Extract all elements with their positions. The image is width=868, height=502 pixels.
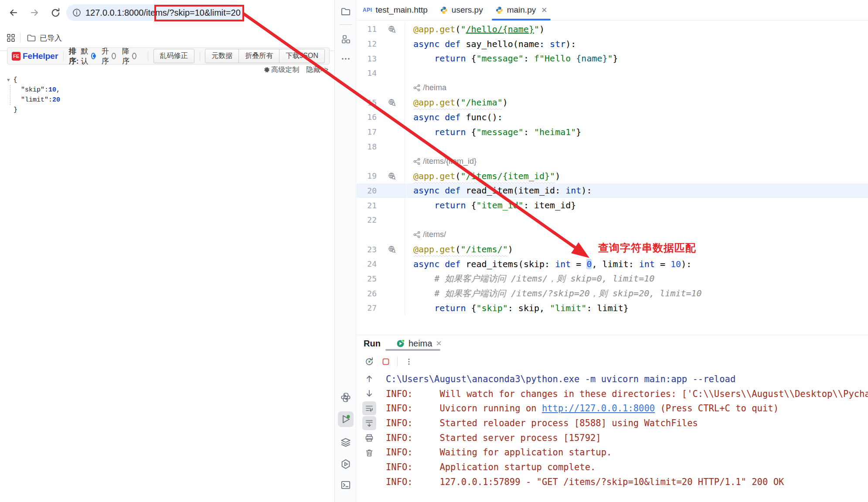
tab-users.py[interactable]: users.py — [434, 0, 489, 20]
gutter[interactable] — [379, 245, 405, 253]
sort-option-default[interactable]: 默认 — [81, 46, 89, 66]
code-inlay-row: /heima — [357, 81, 868, 95]
code-text[interactable] — [405, 139, 868, 154]
fehelper-brand: FeHelper — [23, 51, 58, 61]
soft-wrap-icon — [365, 404, 374, 413]
code-line: 26 # 如果客户端访问 /items/?skip=20，则 skip=20, … — [357, 286, 868, 301]
scroll-to-end-button[interactable] — [362, 416, 376, 430]
collapse-all-button[interactable]: 折叠所有 — [238, 49, 279, 63]
fix-encoding-button[interactable]: 乱码修正 — [153, 49, 194, 63]
endpoint-link-icon — [413, 158, 421, 165]
url-text[interactable]: 127.0.0.1:8000/items/?skip=10&limit=20 — [85, 8, 241, 18]
sort-option-asc[interactable]: 升序 — [102, 46, 109, 66]
gutter[interactable] — [379, 98, 405, 106]
code-text[interactable]: return {"message": f"Hello {name}"} — [405, 51, 868, 66]
endpoint-icon — [388, 245, 396, 253]
python-console-button[interactable] — [338, 456, 354, 472]
code-text[interactable]: /heima — [405, 81, 868, 95]
gutter[interactable] — [379, 172, 405, 180]
apps-grid-icon[interactable] — [6, 33, 16, 43]
services-toolwindow-button[interactable] — [338, 434, 354, 450]
sort-option-desc[interactable]: 降序 — [122, 46, 130, 66]
reload-button[interactable] — [48, 5, 63, 20]
divider — [200, 51, 200, 61]
line-number: 17 — [357, 127, 379, 136]
python-packages-button[interactable] — [338, 390, 354, 405]
fehelper-logo[interactable]: FE FeHelper — [12, 51, 58, 61]
more-options-button[interactable] — [402, 355, 416, 369]
line-number: 15 — [357, 98, 379, 107]
code-line: 16async def func(): — [357, 110, 868, 125]
code-area[interactable]: 11@app.get("/hello/{name}")12async def s… — [357, 22, 868, 315]
run-panel-label: Run — [364, 339, 381, 349]
code-text[interactable]: return {"message": "heima1"} — [405, 125, 868, 139]
code-text[interactable]: return {"item_id": item_id} — [405, 198, 868, 213]
code-text[interactable]: @app.get("/hello/{name}") — [405, 22, 868, 37]
radio-asc[interactable] — [112, 53, 116, 59]
run-tab-label: heima — [408, 339, 432, 349]
bookmark-folder-label[interactable]: 已导入 — [40, 33, 62, 43]
code-text[interactable]: async def read_items(skip: int = 0, limi… — [405, 257, 868, 271]
python-file-icon — [440, 6, 448, 14]
line-number: 25 — [357, 274, 379, 283]
back-button[interactable] — [6, 5, 21, 20]
code-text[interactable]: @app.get("/heima") — [405, 95, 868, 110]
forward-button[interactable] — [27, 5, 42, 20]
advanced-custom-link[interactable]: 高级定制 — [263, 65, 299, 75]
code-text[interactable]: @app.get("/items/{item_id}") — [405, 169, 868, 183]
code-text[interactable] — [405, 66, 868, 81]
download-json-button[interactable]: 下载JSON — [279, 49, 325, 63]
close-icon[interactable]: ✕ — [436, 339, 442, 348]
code-text[interactable] — [405, 213, 868, 227]
structure-toolwindow-button[interactable] — [338, 31, 354, 47]
code-line: 18 — [357, 139, 868, 154]
stop-button[interactable] — [379, 355, 393, 369]
code-text[interactable]: async def say_hello(name: str): — [405, 37, 868, 51]
ide-toolwindow-strip — [335, 0, 356, 502]
code-line: 17 return {"message": "heima1"} — [357, 125, 868, 139]
console-output[interactable]: C:\Users\August\anaconda3\python.exe -m … — [386, 372, 868, 489]
more-toolwindows-button[interactable] — [338, 51, 354, 67]
tab-main.py[interactable]: main.py✕ — [489, 0, 554, 20]
terminal-toolwindow-button[interactable] — [338, 477, 354, 493]
console-line: INFO: Waiting for application startup. — [386, 445, 868, 460]
code-text[interactable]: return {"skip": skip, "limit": limit} — [405, 301, 868, 315]
close-icon[interactable]: ✕ — [541, 6, 547, 15]
soft-wrap-button[interactable] — [362, 401, 376, 415]
metadata-button[interactable]: 元数据 — [205, 49, 239, 63]
collapse-triangle-icon[interactable]: ▼ — [7, 78, 10, 83]
fehelper-logo-icon: FE — [12, 52, 20, 61]
code-text[interactable]: # 如果客户端访问 /items/?skip=20，则 skip=20, lim… — [405, 286, 868, 301]
run-toolwindow-button[interactable] — [338, 411, 354, 427]
url-bar[interactable]: 127.0.0.1:8000/items/?skip=10&limit=20 — [66, 4, 244, 21]
project-toolwindow-button[interactable] — [338, 4, 354, 20]
run-panel: Run heima ✕ — [357, 335, 868, 502]
line-number: 23 — [357, 245, 379, 254]
line-number: 16 — [357, 112, 379, 122]
print-button[interactable] — [362, 431, 376, 445]
code-text[interactable]: /items/ — [405, 227, 868, 242]
json-open-brace: { — [14, 76, 17, 84]
radio-default-selected[interactable] — [91, 53, 95, 59]
endpoint-inlay-hint: /items/ — [413, 230, 446, 239]
code-text[interactable]: async def func(): — [405, 110, 868, 125]
rerun-button[interactable] — [362, 355, 376, 369]
clear-console-button[interactable] — [362, 446, 376, 460]
tab-test_main.http[interactable]: APItest_main.http — [357, 0, 434, 20]
gutter[interactable] — [379, 25, 405, 33]
code-text[interactable]: async def read_item(item_id: int): — [405, 183, 868, 198]
code-text[interactable]: /items/{item_id} — [405, 154, 868, 169]
info-icon[interactable] — [72, 8, 81, 17]
code-text[interactable]: # 如果客户端访问 /items/，则 skip=0, limit=10 — [405, 271, 868, 286]
console-link[interactable]: http://127.0.0.1:8000 — [542, 403, 655, 414]
down-stacktrace-button[interactable] — [362, 387, 376, 400]
hide-link[interactable]: 隐藏>> — [306, 65, 328, 75]
code-line: 20async def read_item(item_id: int): — [357, 183, 868, 198]
code-line: 25 # 如果客户端访问 /items/，则 skip=0, limit=10 — [357, 271, 868, 286]
code-line: 21 return {"item_id": item_id} — [357, 198, 868, 213]
up-stacktrace-button[interactable] — [362, 372, 376, 386]
radio-desc[interactable] — [132, 53, 136, 59]
editor-tabbar: APItest_main.httpusers.pymain.py✕ — [357, 0, 868, 20]
divider — [148, 51, 148, 61]
console-line: C:\Users\August\anaconda3\python.exe -m … — [386, 372, 868, 387]
